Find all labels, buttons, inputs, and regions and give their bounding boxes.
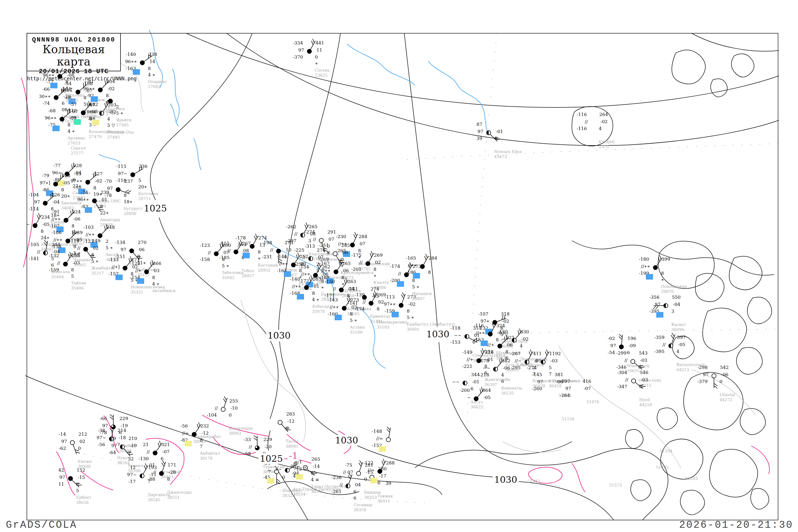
station-id: 35191 — [370, 319, 383, 324]
station-pressure-tendency: -20 — [264, 444, 271, 449]
station-cloud-total: 8 — [167, 477, 170, 481]
station-cloud-total: 0 — [78, 446, 81, 451]
station-weather-code: //∗∗ — [408, 263, 417, 268]
precip-square-icon — [243, 253, 250, 258]
station-temperature: -38 — [98, 428, 105, 433]
station-pressure: 228 — [62, 173, 70, 178]
station-marker-icon — [345, 483, 350, 488]
station-pressure-tendency: -05 — [372, 294, 379, 299]
station-dewpoint: -395 — [654, 349, 664, 354]
station-temperature: -33 — [244, 437, 251, 442]
station-name: Актюбинск — [152, 289, 176, 293]
station-temperature: -68 — [49, 109, 56, 113]
station-marker-icon — [486, 130, 491, 135]
station-pressure-tendency: 10 — [286, 248, 291, 252]
station-marker-icon — [300, 233, 305, 238]
station-cloud-total: 0 — [377, 481, 380, 485]
station-pressure: 288 — [386, 461, 395, 465]
station-pressure-tendency: 06 — [139, 247, 145, 252]
station-temperature: -106 — [51, 230, 61, 235]
station-cloud-low: 5 ▽ — [107, 123, 115, 128]
station-id: 28900 — [93, 204, 106, 209]
station-pressure-tendency: -04 — [673, 302, 680, 307]
station-pressure-tendency: -06 — [73, 217, 80, 221]
station-marker-icon — [98, 88, 103, 92]
station-weather-code: // — [363, 300, 366, 304]
station-marker-icon — [233, 249, 238, 254]
station-temperature: -130 — [498, 329, 508, 334]
station-cloud-low: 4 ∗ — [152, 282, 159, 286]
station-dewpoint: -295 — [510, 365, 520, 370]
station-name: Кызылорда — [229, 426, 253, 431]
station-name: Кокпекты — [501, 386, 522, 391]
station-marker-icon — [525, 360, 529, 364]
station-pressure: 265 — [342, 261, 350, 266]
station-weather-code: //= — [182, 431, 189, 435]
station-name: Опарино — [148, 79, 167, 84]
station-temperature: -251 — [319, 243, 329, 248]
station-pressure: 324 — [496, 323, 505, 328]
station-pressure: 274 — [258, 236, 267, 240]
station-pressure-tendency: 07 — [318, 255, 324, 260]
station-marker-icon — [214, 251, 218, 256]
station-temperature: -103 — [83, 225, 94, 230]
station-cloud-total: 8 — [374, 267, 376, 271]
station-weather-code: // — [270, 248, 273, 252]
station-cloud-total: 4 — [494, 136, 497, 141]
station-cloud-low: 20∗ — [61, 194, 70, 198]
station-id: 43473 — [494, 155, 507, 159]
station-weather-code: 97 — [703, 373, 709, 377]
station-pressure-tendency: -03 — [640, 358, 647, 363]
station-cloud-total: 8 — [312, 291, 315, 296]
station-id: 38178 — [200, 456, 212, 461]
station-temperature: -230 — [336, 234, 346, 239]
station-pressure: 344 — [471, 373, 480, 377]
station-cloud-low: 7 — [549, 372, 552, 376]
station-name: Джангелды — [167, 490, 191, 495]
station-marker-icon — [70, 440, 75, 445]
station-pressure-tendency: 03 — [154, 268, 159, 273]
station-cloud-low: 5 — [71, 274, 74, 279]
station-temperature: -02 — [608, 336, 615, 341]
station-pressure-tendency: -02 — [408, 302, 416, 306]
station-temperature: -145 — [532, 373, 542, 377]
station-cloud-low: 4 ∗ — [68, 129, 75, 134]
station-cloud-total: 8 — [148, 66, 151, 71]
station-pressure: 326 — [485, 350, 493, 355]
station-marker-icon — [54, 95, 58, 100]
station-weather-code: // — [294, 232, 298, 236]
station-id: 38656 — [76, 500, 89, 505]
station-cloud-total: 4 — [677, 349, 679, 354]
station-pressure: 285 — [341, 243, 350, 248]
station-cloud-low: 5 ∗ — [407, 315, 414, 320]
station-marker-icon — [304, 285, 309, 290]
station-temperature: -151 — [220, 241, 230, 246]
station-temperature: 42 — [58, 468, 64, 472]
station-marker-icon — [140, 474, 145, 478]
station-weather-code: 95= — [290, 464, 300, 469]
station-id: 35217 — [91, 271, 104, 276]
station-dewpoint: -231 — [262, 254, 272, 259]
station-cloud-low: 6 — [501, 379, 504, 384]
station-pressure: 226 — [51, 193, 60, 197]
precip-square-icon — [50, 83, 57, 88]
station-pressure-tendency: -03 — [73, 261, 80, 265]
station-temperature: -70 — [104, 179, 112, 184]
station-weather-code: //+ — [467, 357, 474, 362]
silent-station-id: 51495 — [656, 465, 669, 470]
station-dewpoint: -158 — [200, 257, 210, 262]
station-cloud-low: 4 ∗ — [312, 298, 320, 302]
station-pressure: 229 — [263, 437, 272, 442]
station-dewpoint: -56 — [98, 442, 105, 447]
station-pressure-tendency: 02 — [79, 439, 86, 444]
station-temperature: -115 — [116, 164, 126, 169]
station-pressure: 330 — [520, 329, 529, 334]
station-marker-icon — [159, 471, 164, 476]
station-cloud-low: 5 ∗ — [91, 259, 99, 264]
station-pressure: 248 — [106, 225, 115, 230]
station-marker-icon — [362, 295, 367, 300]
station-marker-icon — [497, 344, 502, 348]
precip-square-icon — [297, 294, 304, 300]
station-marker-icon — [120, 444, 125, 449]
station-name: Екибастуз (Экибастуз) — [407, 322, 455, 327]
